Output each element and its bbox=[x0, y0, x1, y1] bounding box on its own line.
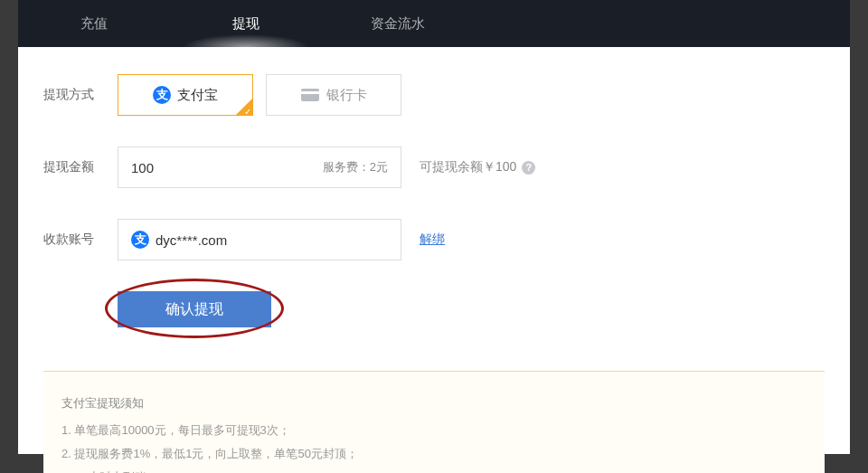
tab-recharge[interactable]: 充值 bbox=[18, 0, 170, 47]
tab-withdraw[interactable]: 提现 bbox=[170, 0, 322, 47]
method-alipay-label: 支付宝 bbox=[177, 87, 218, 104]
help-icon[interactable]: ? bbox=[522, 161, 535, 175]
withdraw-notice: 支付宝提现须知 1. 单笔最高10000元，每日最多可提现3次； 2. 提现服务… bbox=[43, 371, 825, 473]
available-balance: 可提现余额￥100 ? bbox=[420, 159, 535, 175]
alipay-icon: 支 bbox=[131, 231, 149, 249]
notice-line-2: 2. 提现服务费1%，最低1元，向上取整，单笔50元封顶； bbox=[61, 442, 807, 466]
method-label: 提现方式 bbox=[43, 87, 118, 103]
notice-line-1: 1. 单笔最高10000元，每日最多可提现3次； bbox=[61, 419, 807, 442]
amount-label: 提现金额 bbox=[43, 159, 118, 175]
alipay-icon: 支 bbox=[153, 86, 171, 104]
method-alipay[interactable]: 支 支付宝 bbox=[118, 74, 253, 116]
service-fee: 服务费：2元 bbox=[323, 159, 388, 175]
bankcard-icon bbox=[301, 89, 319, 101]
unbind-link[interactable]: 解绑 bbox=[420, 232, 445, 248]
amount-input[interactable] bbox=[131, 160, 323, 175]
balance-text: 可提现余额￥100 bbox=[420, 159, 516, 175]
confirm-withdraw-button[interactable]: 确认提现 bbox=[118, 291, 271, 327]
method-bankcard[interactable]: 银行卡 bbox=[266, 74, 401, 116]
method-bankcard-label: 银行卡 bbox=[326, 87, 367, 104]
tabs-bar: 充值 提现 资金流水 bbox=[18, 0, 850, 47]
withdraw-panel: 提现方式 支 支付宝 银行卡 提现金额 服务费：2元 可提现余额￥100 ? bbox=[18, 47, 850, 454]
account-value: dyc****.com bbox=[156, 232, 227, 248]
notice-line-3: 3. 24小时内到账。 bbox=[61, 466, 807, 473]
account-label: 收款账号 bbox=[43, 232, 118, 248]
tab-fund-flow[interactable]: 资金流水 bbox=[322, 0, 474, 47]
notice-title: 支付宝提现须知 bbox=[61, 392, 807, 415]
account-box: 支 dyc****.com bbox=[118, 219, 401, 260]
amount-box: 服务费：2元 bbox=[118, 147, 401, 188]
